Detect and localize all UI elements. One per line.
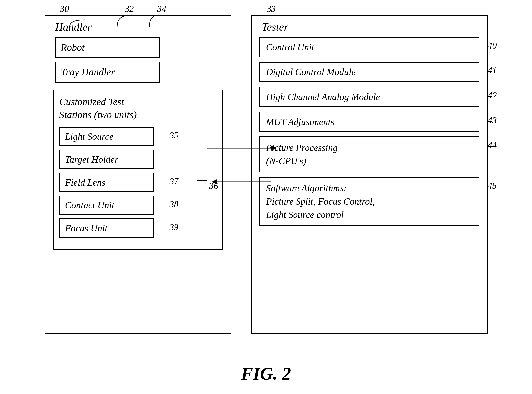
ref-41: 41 (488, 65, 497, 76)
control-unit-row: Control Unit 40 (259, 37, 479, 57)
digital-control-row: Digital Control Module 41 (259, 62, 479, 82)
ref-37-label: —37 (162, 176, 178, 187)
ref-43: 43 (488, 115, 497, 126)
mut-adjustments-row: MUT Adjustments 43 (259, 112, 479, 132)
ref-30: 30 (60, 4, 69, 14)
focus-unit-row: Focus Unit —39 (59, 218, 216, 238)
ref-38-label: —38 (162, 199, 178, 209)
cts-box: Customized Test Stations (two units) Lig… (53, 90, 223, 250)
ref-42: 42 (488, 90, 497, 101)
ref-35: —35 (162, 130, 178, 141)
light-source-box: Light Source (59, 127, 154, 146)
focus-unit-box: Focus Unit (59, 218, 154, 238)
light-source-row: Light Source —35 (59, 127, 216, 146)
robot-box: Robot (55, 37, 160, 58)
ref-32: 32 (125, 4, 134, 14)
contact-unit-box: Contact Unit (59, 196, 154, 215)
ref-34: 34 (157, 4, 166, 14)
software-algorithms-row: Software Algorithms:Picture Split, Focus… (259, 177, 479, 226)
contact-unit-row: Contact Unit —38 (59, 196, 216, 215)
control-unit-box: Control Unit (259, 37, 479, 57)
cts-label: Customized Test Stations (two units) (59, 95, 216, 121)
tester-box: 33 Tester Control Unit 40 Digital Contro… (251, 15, 488, 334)
tray-handler-box: Tray Handler (55, 62, 160, 83)
picture-processing-row: Picture Processing(N-CPU's) 44 (259, 136, 479, 172)
ref-44: 44 (488, 140, 497, 150)
handler-box: 30 32 34 Handler Robot Tray Handler Cust… (45, 15, 231, 334)
software-algorithms-box: Software Algorithms:Picture Split, Focus… (259, 177, 479, 226)
picture-processing-box: Picture Processing(N-CPU's) (259, 136, 479, 172)
ref-39-label: —39 (162, 222, 178, 232)
diagram-container: 30 32 34 Handler Robot Tray Handler Cust… (10, 15, 522, 364)
target-holder-row: Target Holder (59, 150, 216, 169)
handler-title: Handler (55, 21, 223, 33)
field-lens-row: Field Lens —37 (59, 173, 216, 192)
analog-module-row: High Channel Analog Module 42 (259, 87, 479, 107)
field-lens-box: Field Lens (59, 173, 154, 192)
analog-module-box: High Channel Analog Module (259, 87, 479, 107)
ref-33: 33 (267, 4, 276, 14)
ref-40: 40 (488, 40, 497, 51)
digital-control-box: Digital Control Module (259, 62, 479, 82)
ref-45: 45 (488, 180, 497, 191)
figure-caption: FIG. 2 (0, 363, 532, 384)
target-holder-box: Target Holder (59, 150, 154, 169)
tester-title: Tester (262, 21, 479, 33)
mut-adjustments-box: MUT Adjustments (259, 112, 479, 132)
